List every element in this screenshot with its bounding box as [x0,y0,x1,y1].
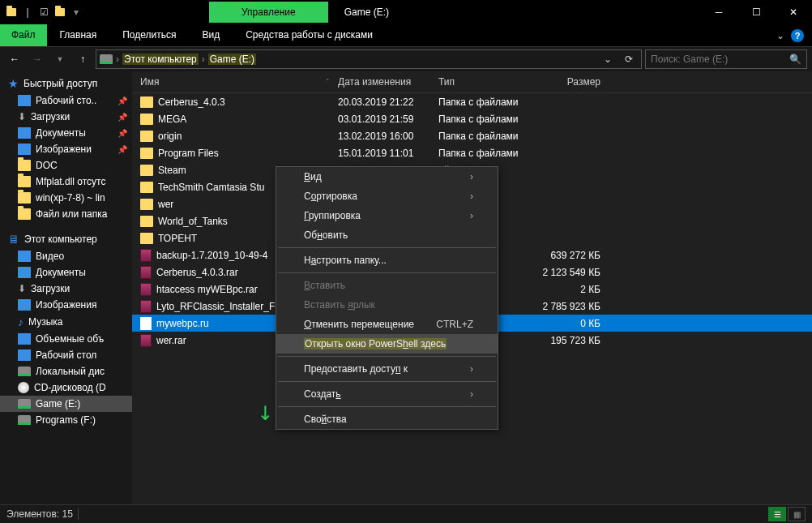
search-box[interactable]: 🔍 [645,49,807,69]
file-name: World_of_Tanks [158,216,228,227]
chevron-down-icon[interactable]: ⌄ [776,30,784,41]
file-date: 13.02.2019 16:00 [338,131,438,142]
rar-icon [140,283,152,296]
menu-item-label: Создать [304,388,341,400]
file-tab[interactable]: Файл [0,24,47,46]
sidebar-item[interactable]: Programs (F:) [0,412,132,428]
sidebar-item-label: Загрузки [31,283,70,294]
menu-item-label: Отменить перемещение [304,319,414,330]
file-size: 2 785 923 КБ [536,301,600,312]
menu-item-label: Группировка [304,210,361,221]
file-row[interactable]: origin 13.02.2019 16:00 Папка с файлами [132,127,812,144]
forward-button[interactable]: → [28,49,47,69]
sidebar-item-label: Локальный дис [36,366,105,377]
sidebar-item[interactable]: Рабочий стол [0,347,132,363]
recent-locations[interactable]: ▼ [50,49,70,69]
sidebar-item[interactable]: Видео [0,248,132,264]
menu-item-label: Сортировка [304,191,357,202]
menu-separator [278,247,496,248]
folder-icon [18,160,31,171]
help-icon[interactable]: ? [791,29,804,42]
sidebar-label: Быстрый доступ [24,78,97,89]
sidebar-item[interactable]: win(xp-7-8) ~ lin [0,190,132,206]
context-menu-item[interactable]: Настроить папку... [276,251,498,270]
minimize-button[interactable]: ─ [700,0,737,24]
ribbon-tab-view[interactable]: Вид [189,24,233,46]
menu-separator [278,272,496,273]
sidebar-item[interactable]: Рабочий сто..📌 [0,92,132,109]
sidebar-item[interactable]: Mfplat.dll отсутс [0,174,132,190]
sidebar-item-label: Game (E:) [36,398,80,409]
file-row[interactable]: Program Files 15.01.2019 11:01 Папка с ф… [132,144,812,161]
file-row[interactable]: Cerberus_4.0.3 20.03.2019 21:22 Папка с … [132,93,812,110]
address-bar[interactable]: › Этот компьютер › Game (E:) ⌄ ⟳ [96,49,642,69]
context-menu-item[interactable]: Открыть окно PowerShell здесь [276,334,498,354]
column-size[interactable]: Размер [536,76,600,88]
sidebar-item[interactable]: Файл или папка [0,206,132,222]
search-icon[interactable]: 🔍 [789,54,801,65]
details-view-button[interactable]: ☰ [768,507,786,521]
address-dropdown[interactable]: ⌄ [599,54,617,65]
sidebar-item[interactable]: DOC [0,157,132,174]
checkbox-icon[interactable]: ☑ [37,6,50,19]
context-menu-item[interactable]: Вид › [276,167,498,186]
sidebar-item[interactable]: CD-дисковод (D [0,379,132,396]
qa-divider: | [21,6,34,19]
breadcrumb-root[interactable]: Этот компьютер [122,54,199,65]
navigation-pane[interactable]: ★ Быстрый доступ Рабочий сто..📌⬇Загрузки… [0,71,132,504]
sidebar-item[interactable]: Объемные объ [0,331,132,347]
sidebar-item-label: Файл или папка [36,208,107,220]
maximize-button[interactable]: ☐ [737,0,775,24]
context-menu-item[interactable]: Создать › [276,384,498,404]
file-type: Папка с файлами [438,96,536,108]
chevron-right-icon[interactable]: › [202,54,205,65]
file-row[interactable]: MEGA 03.01.2019 21:59 Папка с файлами [132,110,812,127]
file-size: 639 272 КБ [536,250,600,261]
search-input[interactable] [651,54,789,65]
context-menu-item[interactable]: Обновить [276,225,498,245]
sidebar-item[interactable]: Изображени📌 [0,141,132,157]
sidebar-item-label: Mfplat.dll отсутс [36,176,105,187]
file-name: Program Files [158,148,219,159]
folder-icon [5,6,18,19]
sidebar-item[interactable]: ♪Музыка [0,313,132,331]
refresh-icon[interactable]: ⟳ [620,54,638,65]
context-menu-item[interactable]: Группировка › [276,206,498,225]
qa-overflow[interactable]: ▾ [70,6,83,19]
sidebar-item[interactable]: Документы [0,264,132,281]
close-button[interactable]: ✕ [775,0,812,24]
context-menu-item[interactable]: Свойства [276,409,498,429]
breadcrumb-current[interactable]: Game (E:) [208,54,256,65]
context-menu-item[interactable]: Сортировка › [276,186,498,206]
file-name: Cerberus_4.0.3 [158,96,225,108]
icons-view-button[interactable]: ▦ [788,507,806,521]
up-button[interactable]: ↑ [73,49,92,69]
sidebar-quick-access[interactable]: ★ Быстрый доступ [0,75,132,92]
sidebar-this-pc[interactable]: 🖥 Этот компьютер [0,230,132,248]
folder-icon [140,96,153,108]
column-date[interactable]: Дата изменения [338,76,438,88]
back-button[interactable]: ← [5,49,24,69]
column-type[interactable]: Тип [438,76,536,88]
column-name[interactable]: Имя˄ [132,76,338,88]
rar-icon [140,266,152,279]
sidebar-item[interactable]: Game (E:) [0,396,132,412]
context-menu-item[interactable]: Предоставить доступ к › [276,359,498,379]
sidebar-item[interactable]: Изображения [0,297,132,313]
sidebar-item[interactable]: ⬇Загрузки [0,281,132,297]
file-date: 03.01.2019 21:59 [338,114,438,125]
file-name: wer [158,199,173,210]
chevron-right-icon[interactable]: › [116,54,119,65]
context-menu-item[interactable]: Отменить перемещение CTRL+Z [276,315,498,334]
file-name: origin [158,131,182,142]
desktop-icon [18,349,31,361]
sidebar-item[interactable]: Документы📌 [0,125,132,141]
ribbon-tab-home[interactable]: Главная [47,24,110,46]
ribbon-tab-drivetools[interactable]: Средства работы с дисками [233,24,386,46]
sidebar-item[interactable]: Локальный дис [0,363,132,379]
file-icon [140,317,152,330]
ribbon-tab-share[interactable]: Поделиться [109,24,189,46]
status-text: Элементов: 15 [6,508,73,520]
tools-contextual-tab[interactable]: Управление [209,2,328,23]
sidebar-item[interactable]: ⬇Загрузки📌 [0,109,132,125]
